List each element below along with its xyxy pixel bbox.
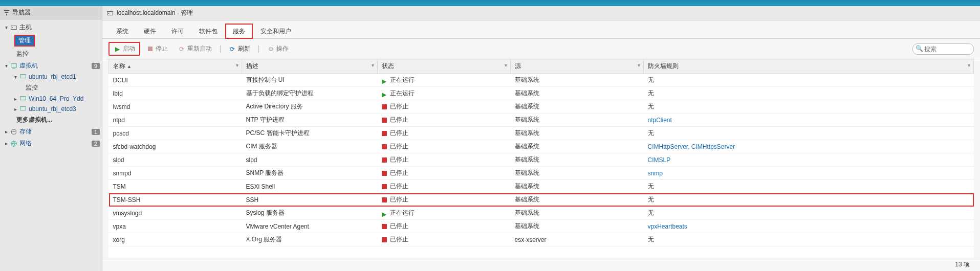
expand-icon[interactable]: ▸ <box>5 129 10 134</box>
firewall-link[interactable]: CIMSLP <box>648 156 671 164</box>
cell-source: 基础系统 <box>511 127 644 140</box>
chevron-down-icon[interactable]: ▾ <box>372 62 374 68</box>
svg-rect-6 <box>20 107 26 110</box>
nav-storage[interactable]: ▸ 存储 1 <box>0 126 102 138</box>
window-topbar <box>0 0 980 6</box>
nav-host[interactable]: ▾ 主机 <box>0 21 102 33</box>
col-status[interactable]: 状态▾ <box>378 59 511 74</box>
cell-name: sfcbd-watchdog <box>109 140 242 153</box>
svg-rect-0 <box>11 26 17 29</box>
content-header: localhost.localdomain - 管理 <box>102 6 980 20</box>
cell-status: 已停止 <box>378 127 511 140</box>
tab-hardware[interactable]: 硬件 <box>136 24 164 39</box>
table-row[interactable]: lwsmdActive Directory 服务已停止基础系统无 <box>109 100 974 114</box>
chevron-down-icon[interactable]: ▾ <box>505 62 507 68</box>
services-table-wrap[interactable]: 名称▲▾ 描述▾ 状态▾ 源▾ 防火墙规则▾ DCUI直接控制台 UI▶正在运行… <box>108 59 974 258</box>
tab-system[interactable]: 系统 <box>108 24 136 39</box>
table-footer: 13 项 <box>102 258 980 271</box>
collapse-icon[interactable]: ▾ <box>14 74 19 80</box>
col-firewall[interactable]: 防火墙规则▾ <box>644 59 974 74</box>
table-row[interactable]: TSMESXi Shell已停止基础系统无 <box>109 180 974 193</box>
table-row[interactable]: xorgX.Org 服务器已停止esx-xserver无 <box>109 233 974 246</box>
vm-count-badge: 9 <box>92 63 100 69</box>
table-row[interactable]: TSM-SSHSSH已停止基础系统无 <box>109 193 974 207</box>
host-icon <box>106 10 114 17</box>
cell-desc: VMware vCenter Agent <box>242 220 378 233</box>
cell-name: xorg <box>109 233 242 246</box>
stop-button[interactable]: 停止 <box>142 43 172 55</box>
table-row[interactable]: slpdslpd已停止基础系统CIMSLP <box>109 153 974 167</box>
nav-vm-2[interactable]: ▸ Win10_64_Pro_Ydd <box>0 94 102 104</box>
cell-source: 基础系统 <box>511 193 644 207</box>
nav-network-label: 网络 <box>19 139 92 148</box>
col-name[interactable]: 名称▲▾ <box>109 59 242 74</box>
chevron-down-icon[interactable]: ▾ <box>968 62 970 68</box>
stop-label: 停止 <box>156 44 168 53</box>
nav-host-monitor[interactable]: 监控 <box>0 48 102 60</box>
table-row[interactable]: sfcbd-watchdogCIM 服务器已停止基础系统CIMHttpServe… <box>109 140 974 153</box>
firewall-link[interactable]: CIMHttpServer, CIMHttpsServer <box>648 143 735 150</box>
col-desc[interactable]: 描述▾ <box>242 59 378 74</box>
nav-vm-1-monitor[interactable]: 监控 <box>0 82 102 94</box>
stop-icon <box>382 237 387 242</box>
col-source[interactable]: 源▾ <box>511 59 644 74</box>
nav-vm-1[interactable]: ▾ ubuntu_rbj_etcd1 <box>0 72 102 82</box>
start-button[interactable]: ▶ 启动 <box>108 42 140 56</box>
cell-status: 已停止 <box>378 193 511 207</box>
table-row[interactable]: ntpdNTP 守护进程已停止基础系统ntpClient <box>109 114 974 127</box>
actions-button[interactable]: ⚙ 操作 <box>263 43 293 55</box>
refresh-button[interactable]: ⟳ 刷新 <box>225 43 254 55</box>
nav-vms[interactable]: ▾ 虚拟机 9 <box>0 60 102 72</box>
firewall-link[interactable]: vpxHeartbeats <box>648 223 687 230</box>
nav-more-vms[interactable]: 更多虚拟机... <box>0 114 102 126</box>
cell-source: 基础系统 <box>511 87 644 100</box>
table-row[interactable]: snmpdSNMP 服务器已停止基础系统snmp <box>109 167 974 180</box>
toolbar: ▶ 启动 停止 ⟳ 重新启动 ⟳ 刷新 ⚙ <box>102 39 980 59</box>
svg-point-7 <box>12 129 16 131</box>
tab-license[interactable]: 许可 <box>164 24 191 39</box>
actions-label: 操作 <box>276 44 289 53</box>
stop-icon <box>382 131 387 136</box>
collapse-icon[interactable]: ▾ <box>5 25 10 30</box>
svg-point-10 <box>108 13 110 14</box>
cell-name: slpd <box>109 153 242 167</box>
cell-name: vmsyslogd <box>109 207 242 220</box>
expand-icon[interactable]: ▸ <box>5 141 10 146</box>
table-row[interactable]: DCUI直接控制台 UI▶正在运行基础系统无 <box>109 74 974 87</box>
nav-host-label: 主机 <box>19 23 100 32</box>
cell-name: vpxa <box>109 220 242 233</box>
cell-source: esx-xserver <box>511 233 644 246</box>
nav-network[interactable]: ▸ 网络 2 <box>0 138 102 149</box>
restart-button[interactable]: ⟳ 重新启动 <box>174 43 216 55</box>
nav-host-manage[interactable]: 管理 <box>0 33 102 48</box>
tab-services[interactable]: 服务 <box>225 24 253 39</box>
expand-icon[interactable]: ▸ <box>14 106 19 112</box>
vm-icon <box>19 105 27 112</box>
chevron-down-icon[interactable]: ▾ <box>638 62 640 68</box>
cell-desc: SSH <box>242 193 378 207</box>
chevron-down-icon[interactable]: ▾ <box>236 62 238 68</box>
cell-name: pcscd <box>109 127 242 140</box>
expand-icon[interactable]: ▸ <box>14 96 19 102</box>
gear-icon: ⚙ <box>267 46 274 53</box>
firewall-link[interactable]: snmp <box>648 170 663 177</box>
cell-firewall: snmp <box>644 167 974 180</box>
table-row[interactable]: pcscdPC/SC 智能卡守护进程已停止基础系统无 <box>109 127 974 140</box>
cell-status: ▶正在运行 <box>378 87 511 100</box>
cell-desc: 基于负载的绑定守护进程 <box>242 87 378 100</box>
main-layout: 导航器 ▾ 主机 管理 监控 ▾ <box>0 6 980 271</box>
table-row[interactable]: vmsyslogdSyslog 服务器▶正在运行基础系统无 <box>109 207 974 220</box>
cell-firewall: 无 <box>644 74 974 87</box>
table-row[interactable]: lbtd基于负载的绑定守护进程▶正在运行基础系统无 <box>109 87 974 100</box>
nav-vm-3[interactable]: ▸ ubuntu_rbj_etcd3 <box>0 104 102 114</box>
tab-security-users[interactable]: 安全和用户 <box>253 24 299 39</box>
firewall-link[interactable]: ntpClient <box>648 117 672 124</box>
cell-name: snmpd <box>109 167 242 180</box>
tab-packages[interactable]: 软件包 <box>191 24 225 39</box>
collapse-icon[interactable]: ▾ <box>5 63 10 69</box>
page-title: localhost.localdomain - 管理 <box>117 9 193 17</box>
row-count: 13 项 <box>955 261 970 268</box>
table-row[interactable]: vpxaVMware vCenter Agent已停止基础系统vpxHeartb… <box>109 220 974 233</box>
cell-firewall: 无 <box>644 207 974 220</box>
nav-vm-2-label: Win10_64_Pro_Ydd <box>29 95 100 102</box>
